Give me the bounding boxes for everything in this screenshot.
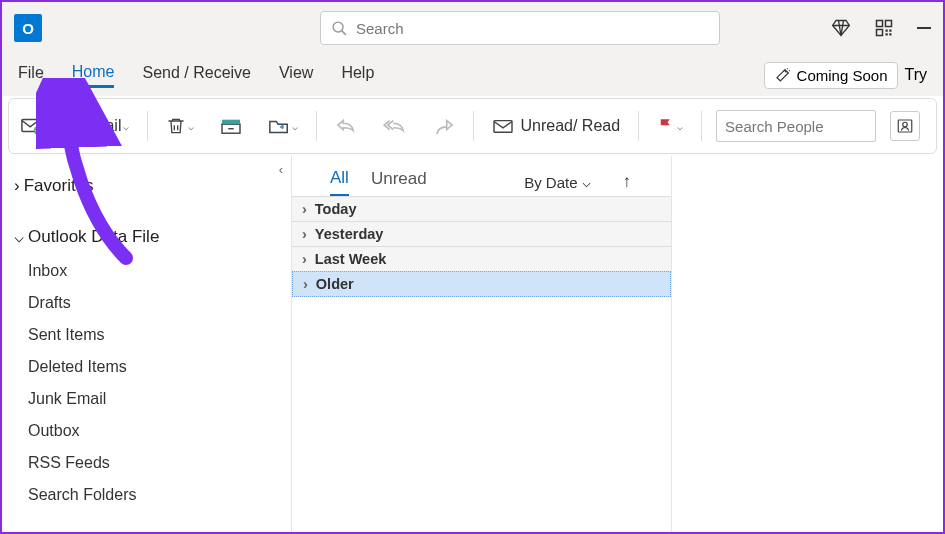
svg-point-0 <box>333 22 343 32</box>
tab-home[interactable]: Home <box>72 63 115 88</box>
svg-rect-7 <box>886 33 888 35</box>
svg-point-15 <box>903 122 908 127</box>
separator <box>701 111 702 141</box>
group-header-older[interactable]: › Older <box>292 271 671 297</box>
archive-button[interactable] <box>212 111 250 141</box>
group-header-today[interactable]: › Today <box>292 196 671 221</box>
search-people-placeholder: Search People <box>725 118 823 135</box>
tab-send-receive[interactable]: Send / Receive <box>142 64 251 86</box>
minimize-button[interactable] <box>917 27 931 29</box>
new-email-icon <box>21 116 43 136</box>
group-header-yesterday[interactable]: › Yesterday <box>292 221 671 246</box>
outlook-logo-icon <box>14 14 42 42</box>
premium-diamond-icon[interactable] <box>831 18 851 38</box>
move-to-folder-icon <box>268 116 290 136</box>
group-header-last-week[interactable]: › Last Week <box>292 246 671 271</box>
search-people-input[interactable]: Search People <box>716 110 876 142</box>
filter-tab-unread[interactable]: Unread <box>371 169 427 195</box>
sort-by-date-dropdown[interactable]: By Date ⌵ <box>524 173 590 191</box>
message-list-filter-tabs: All Unread By Date ⌵ ↑ <box>292 162 671 196</box>
reply-all-icon <box>383 117 407 135</box>
separator <box>316 111 317 141</box>
forward-button[interactable] <box>425 111 463 141</box>
chevron-down-icon[interactable]: ⌵ <box>123 121 129 132</box>
folder-rss-feeds[interactable]: RSS Feeds <box>10 447 291 479</box>
svg-rect-3 <box>886 21 892 27</box>
qr-code-icon[interactable] <box>875 19 893 37</box>
message-list-pane: All Unread By Date ⌵ ↑ › Today › Yesterd… <box>292 156 672 534</box>
forward-icon <box>433 117 455 135</box>
folder-outbox[interactable]: Outbox <box>10 415 291 447</box>
svg-rect-4 <box>877 30 883 36</box>
favorites-section[interactable]: › Favorites <box>10 168 291 204</box>
chevron-down-icon[interactable]: ⌵ <box>188 121 194 132</box>
new-email-button[interactable]: New Email ⌵ <box>13 110 137 142</box>
reply-all-button[interactable] <box>375 111 415 141</box>
reading-pane <box>672 156 943 534</box>
chevron-down-icon: ⌵ <box>582 173 591 191</box>
move-button[interactable]: ⌵ <box>260 110 306 142</box>
coming-soon-toggle[interactable]: Coming Soon <box>764 62 899 89</box>
outlook-data-file-label: Outlook Data File <box>28 227 159 247</box>
folder-junk-email[interactable]: Junk Email <box>10 383 291 415</box>
tab-help[interactable]: Help <box>341 64 374 86</box>
chevron-right-icon: › <box>14 176 20 196</box>
svg-rect-12 <box>222 120 240 125</box>
filter-tab-all[interactable]: All <box>330 168 349 196</box>
delete-button[interactable]: ⌵ <box>158 110 202 142</box>
title-bar <box>2 2 943 54</box>
chevron-down-icon[interactable]: ⌵ <box>292 121 298 132</box>
folder-inbox[interactable]: Inbox <box>10 255 291 287</box>
svg-rect-6 <box>889 30 891 32</box>
svg-rect-5 <box>886 30 888 32</box>
folder-search-folders[interactable]: Search Folders <box>10 479 291 511</box>
folder-pane: ‹ › Favorites ⌵ Outlook Data File Inbox … <box>2 156 292 534</box>
coming-soon-label: Coming Soon <box>797 67 888 84</box>
unread-read-button[interactable]: Unread/ Read <box>484 111 628 141</box>
address-book-button[interactable] <box>890 111 920 141</box>
contact-card-icon <box>896 117 914 135</box>
svg-line-1 <box>342 30 346 34</box>
group-label: Older <box>316 276 354 292</box>
separator <box>473 111 474 141</box>
wand-icon <box>775 67 791 83</box>
chevron-right-icon: › <box>302 226 307 242</box>
chevron-down-icon: ⌵ <box>14 226 24 247</box>
chevron-right-icon: › <box>302 251 307 267</box>
group-label: Yesterday <box>315 226 384 242</box>
new-email-label: New Email <box>45 117 121 135</box>
sort-direction-toggle[interactable]: ↑ <box>623 172 632 192</box>
reply-button[interactable] <box>327 111 365 141</box>
collapse-folder-pane-icon[interactable]: ‹ <box>279 162 283 177</box>
global-search[interactable] <box>320 11 720 45</box>
chevron-right-icon: › <box>302 201 307 217</box>
svg-rect-8 <box>889 33 891 35</box>
chevron-down-icon[interactable]: ⌵ <box>677 121 683 132</box>
bydate-label: By Date <box>524 174 577 191</box>
svg-rect-2 <box>877 21 883 27</box>
ribbon-toolbar: New Email ⌵ ⌵ ⌵ Unread/ Read ⌵ Search Pe… <box>8 98 937 154</box>
group-label: Today <box>315 201 357 217</box>
svg-rect-13 <box>494 121 512 133</box>
separator <box>638 111 639 141</box>
folder-drafts[interactable]: Drafts <box>10 287 291 319</box>
envelope-icon <box>492 117 514 135</box>
folder-sent-items[interactable]: Sent Items <box>10 319 291 351</box>
archive-icon <box>220 117 242 135</box>
group-label: Last Week <box>315 251 386 267</box>
tab-file[interactable]: File <box>18 64 44 86</box>
trash-icon <box>166 116 186 136</box>
flag-button[interactable]: ⌵ <box>649 111 691 141</box>
flag-icon <box>657 117 675 135</box>
reply-icon <box>335 117 357 135</box>
folder-deleted-items[interactable]: Deleted Items <box>10 351 291 383</box>
content-area: ‹ › Favorites ⌵ Outlook Data File Inbox … <box>2 156 943 534</box>
global-search-input[interactable] <box>356 20 709 37</box>
tab-view[interactable]: View <box>279 64 313 86</box>
chevron-right-icon: › <box>303 276 308 292</box>
favorites-label: Favorites <box>24 176 94 196</box>
try-label[interactable]: Try <box>904 66 927 84</box>
unread-read-label: Unread/ Read <box>520 117 620 135</box>
ribbon-tabs: File Home Send / Receive View Help Comin… <box>2 54 943 96</box>
outlook-data-file-section[interactable]: ⌵ Outlook Data File <box>10 218 291 255</box>
